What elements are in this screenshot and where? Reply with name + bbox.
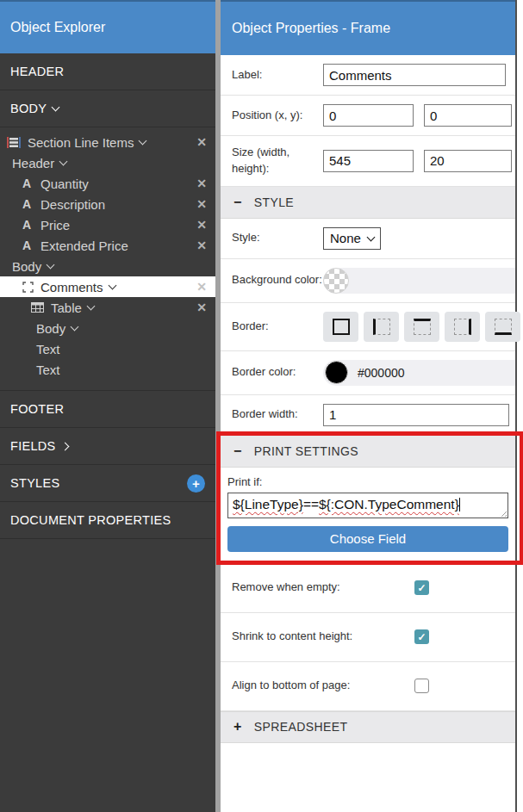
style-field-label: Style: bbox=[232, 230, 323, 246]
close-icon[interactable]: ✕ bbox=[196, 197, 207, 211]
border-width-input[interactable] bbox=[323, 404, 509, 426]
object-properties-panel: Object Properties - Frame Label: Positio… bbox=[221, 0, 517, 812]
tree-item-label: Extended Price bbox=[40, 239, 128, 253]
position-field-label: Position (x, y): bbox=[232, 108, 323, 124]
border-bottom-icon bbox=[495, 319, 512, 335]
collapse-icon: − bbox=[233, 195, 242, 210]
style-select[interactable]: None bbox=[323, 227, 381, 250]
tree-item-label: Text bbox=[36, 363, 60, 377]
tree-item-comments-selected[interactable]: Comments ✕ bbox=[0, 276, 215, 297]
position-x-input[interactable] bbox=[323, 104, 414, 127]
chevron-down-icon bbox=[86, 302, 95, 311]
chevron-down-icon bbox=[108, 282, 116, 290]
align-to-bottom-checkbox[interactable] bbox=[414, 679, 429, 693]
border-options bbox=[323, 312, 520, 342]
text-field-icon: A bbox=[21, 197, 33, 211]
print-if-row: Print if: ${LineType}==${:CON.TypeCommen… bbox=[221, 468, 515, 564]
shrink-to-content-label: Shrink to content height: bbox=[232, 629, 363, 645]
tree-item-body[interactable]: Body bbox=[0, 256, 215, 276]
sidebar-item-footer[interactable]: FOOTER bbox=[0, 391, 215, 428]
position-y-input[interactable] bbox=[424, 104, 512, 127]
sidebar-item-label: HEADER bbox=[10, 65, 64, 78]
print-if-textarea[interactable]: ${LineType}==${:CON.TypeComment} bbox=[227, 493, 508, 518]
tree-item-label: Table bbox=[51, 301, 82, 315]
tree-item-header[interactable]: Header bbox=[0, 152, 215, 173]
label-input[interactable] bbox=[323, 64, 506, 86]
close-icon[interactable]: ✕ bbox=[196, 135, 207, 149]
background-color-label: Background color: bbox=[232, 272, 323, 288]
tree-item-extended-price[interactable]: A Extended Price ✕ bbox=[0, 235, 215, 256]
border-left-icon bbox=[373, 319, 390, 335]
close-icon[interactable]: ✕ bbox=[196, 177, 207, 190]
text-field-icon: A bbox=[21, 177, 33, 190]
align-to-bottom-row: Align to bottom of page: bbox=[221, 662, 515, 711]
size-width-input[interactable] bbox=[323, 150, 414, 172]
border-left-button[interactable] bbox=[364, 312, 399, 342]
tree-item-label: Body bbox=[12, 259, 41, 274]
body-object-tree: Section Line Items ✕ Header A Quantity ✕… bbox=[0, 127, 215, 391]
border-width-row: Border width: bbox=[221, 395, 515, 436]
resize-grip-icon[interactable] bbox=[499, 509, 507, 517]
shrink-to-content-checkbox[interactable]: ✓ bbox=[414, 629, 429, 644]
object-explorer-panel: Object Explorer HEADER BODY Section Line… bbox=[0, 0, 215, 812]
tree-item-quantity[interactable]: A Quantity ✕ bbox=[0, 173, 215, 194]
chevron-down-icon bbox=[59, 158, 68, 166]
print-if-expression-part: ${:CON.TypeComment} bbox=[319, 497, 459, 511]
print-settings-section-header[interactable]: − PRINT SETTINGS bbox=[221, 436, 515, 468]
border-color-label: Border color: bbox=[232, 364, 323, 381]
border-color-picker[interactable]: #000000 bbox=[323, 360, 515, 386]
remove-when-empty-row: Remove when empty: ✓ bbox=[221, 564, 515, 613]
border-right-icon bbox=[454, 319, 471, 335]
section-title: PRINT SETTINGS bbox=[254, 444, 358, 458]
tree-item-label: Body bbox=[36, 321, 65, 336]
style-select-value: None bbox=[330, 231, 361, 245]
tree-item-price[interactable]: A Price ✕ bbox=[0, 214, 215, 235]
border-width-label: Border width: bbox=[232, 406, 323, 423]
section-icon bbox=[7, 137, 21, 148]
choose-field-button[interactable]: Choose Field bbox=[227, 526, 508, 552]
tree-item-description[interactable]: A Description ✕ bbox=[0, 194, 215, 214]
sidebar-item-header[interactable]: HEADER bbox=[0, 53, 215, 90]
border-right-button[interactable] bbox=[445, 312, 480, 342]
border-bottom-button[interactable] bbox=[485, 312, 520, 342]
spreadsheet-section-header[interactable]: + SPREADSHEET bbox=[221, 711, 515, 743]
sidebar-item-styles[interactable]: STYLES + bbox=[0, 465, 215, 502]
close-icon[interactable]: ✕ bbox=[196, 218, 207, 232]
tree-item-label: Header bbox=[12, 156, 54, 170]
sidebar-item-label: FIELDS bbox=[10, 439, 56, 453]
section-title: STYLE bbox=[254, 195, 294, 209]
tree-item-text-2[interactable]: Text bbox=[0, 359, 215, 380]
border-color-row: Border color: #000000 bbox=[221, 351, 515, 395]
sidebar-item-label: STYLES bbox=[10, 476, 59, 490]
style-section-header[interactable]: − STYLE bbox=[221, 187, 515, 219]
table-icon bbox=[31, 302, 44, 313]
panel-title: Object Explorer bbox=[10, 20, 105, 35]
tree-item-section-line-items[interactable]: Section Line Items ✕ bbox=[0, 132, 215, 152]
tree-item-label: Price bbox=[40, 218, 70, 232]
background-color-picker[interactable] bbox=[323, 268, 515, 294]
remove-when-empty-checkbox[interactable]: ✓ bbox=[414, 580, 429, 595]
border-label: Border: bbox=[232, 319, 323, 335]
close-icon[interactable]: ✕ bbox=[196, 301, 207, 314]
expand-icon: + bbox=[233, 719, 242, 735]
size-height-input[interactable] bbox=[424, 150, 512, 172]
collapse-icon: − bbox=[233, 443, 242, 459]
print-if-expression-part: == bbox=[303, 497, 319, 511]
close-icon[interactable]: ✕ bbox=[196, 239, 207, 252]
chevron-down-icon bbox=[139, 137, 147, 146]
tree-item-table[interactable]: Table ✕ bbox=[0, 297, 215, 318]
sidebar-item-body[interactable]: BODY bbox=[0, 90, 215, 127]
tree-item-label: Text bbox=[36, 342, 60, 356]
chevron-down-icon bbox=[366, 233, 375, 242]
chevron-right-icon bbox=[60, 443, 69, 451]
close-icon[interactable]: ✕ bbox=[196, 280, 207, 294]
tree-item-table-body[interactable]: Body bbox=[0, 318, 215, 338]
sidebar-item-fields[interactable]: FIELDS bbox=[0, 428, 215, 465]
tree-item-text-1[interactable]: Text bbox=[0, 338, 215, 359]
print-if-label: Print if: bbox=[227, 475, 508, 488]
border-top-button[interactable] bbox=[404, 312, 439, 342]
border-all-button[interactable] bbox=[323, 312, 358, 342]
style-row: Style: None bbox=[221, 219, 515, 259]
add-style-button[interactable]: + bbox=[187, 474, 205, 493]
sidebar-item-document-properties[interactable]: DOCUMENT PROPERTIES bbox=[0, 502, 215, 539]
